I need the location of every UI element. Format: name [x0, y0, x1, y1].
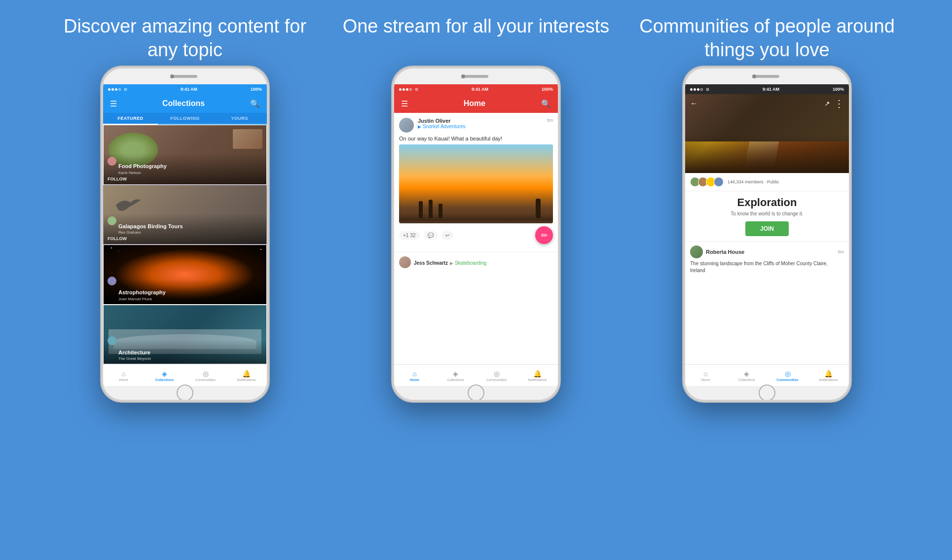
post-text: The stunning landscape from the Cliffs o…	[690, 260, 844, 274]
home-button-3[interactable]	[759, 385, 775, 401]
share-button[interactable]: ↩	[441, 231, 453, 240]
status-bar-2: ⊙ 9:41 AM 100%	[394, 84, 558, 94]
collection-author-food: Karin Nelson	[118, 171, 262, 175]
plus-button[interactable]: +1 32	[399, 231, 420, 240]
nav-collections-2[interactable]: ◈ Collections	[435, 365, 476, 386]
camera-1	[170, 74, 174, 78]
nav-home-1[interactable]: ⌂ Home	[103, 365, 144, 386]
search-icon-2[interactable]: 🔍	[539, 97, 553, 110]
nav-notifications-label-1: Notifications	[237, 378, 256, 382]
join-button[interactable]: JOIN	[745, 221, 789, 236]
comment-count: 32	[410, 233, 415, 238]
signal-dot	[118, 88, 121, 91]
nav-home-3[interactable]: ⌂ Home	[685, 365, 726, 386]
user-avatar-jess	[399, 256, 411, 268]
post-user-info: Roberta House	[706, 249, 838, 255]
collection-arch[interactable]: Architecture The Great Beyond	[103, 305, 267, 365]
tabs-bar-1: FEATURED FOLLOWING YOURS	[103, 113, 267, 125]
nav-notifications-2[interactable]: 🔔 Notifications	[517, 365, 558, 386]
home-button-1[interactable]	[177, 385, 193, 401]
community-desc: To know the world is to change it.	[690, 211, 844, 216]
tab-featured[interactable]: FEATURED	[103, 113, 158, 125]
edit-icon: ✏	[541, 231, 548, 240]
member-av-4	[714, 177, 724, 187]
nav-notifications-label-2: Notifications	[528, 378, 547, 382]
plus-icon: +1	[403, 233, 408, 238]
nav-home-2[interactable]: ⌂ Home	[394, 365, 435, 386]
battery-2: 100%	[542, 87, 553, 92]
collection-title-birds: Galapagos Birding Tours	[118, 223, 262, 230]
feed-username-1: Justin Oliver	[418, 118, 547, 124]
feed-time-1: 5m	[547, 118, 553, 123]
signal-dot	[115, 88, 117, 91]
nav-notifications-1[interactable]: 🔔 Notifications	[226, 365, 267, 386]
home-button-2[interactable]	[468, 385, 484, 401]
menu-icon-2[interactable]: ☰	[399, 97, 410, 110]
more-icon[interactable]: ⋮	[834, 98, 844, 109]
feed-actions-1: +1 32 💬 ↩ ✏	[399, 223, 553, 247]
comment-icon: 💬	[428, 233, 434, 238]
signal-dot	[111, 88, 114, 91]
nav-communities-2[interactable]: ◎ Communities	[476, 365, 517, 386]
nav-notifications-3[interactable]: 🔔 Notifications	[808, 365, 849, 386]
nav-notifications-label-3: Notifications	[819, 378, 838, 382]
comment-button[interactable]: 💬	[424, 231, 438, 240]
headline-left: Discover amazing content for any topic	[49, 15, 321, 62]
status-bar-1: ⊙ 9:41 AM 100%	[103, 84, 267, 94]
collection-title-food: Food Photography	[118, 163, 262, 170]
collection-follow-food[interactable]: FOLLOW	[108, 176, 262, 181]
phone-1: ⊙ 9:41 AM 100% ☰ Collections 🔍	[101, 67, 269, 402]
communities-icon-3: ◎	[785, 370, 791, 378]
collections-grid: Food Photography Karin Nelson FOLLOW	[103, 125, 267, 364]
tab-yours[interactable]: YOURS	[212, 113, 267, 124]
app-bar-title-2: Home	[410, 99, 539, 108]
tab-following[interactable]: FOLLOWING	[158, 113, 213, 124]
member-count: 146,334 members · Public	[728, 179, 779, 184]
home-icon-1: ⌂	[121, 370, 125, 378]
status-time-3: 9:41 AM	[763, 87, 779, 92]
collection-food[interactable]: Food Photography Karin Nelson FOLLOW	[103, 125, 267, 185]
camera-3	[752, 74, 756, 78]
notifications-icon-1: 🔔	[242, 370, 251, 378]
home-icon-2: ⌂	[412, 370, 416, 378]
collection-astro[interactable]: Astrophotography Juan Manuel Fluxà	[103, 245, 267, 305]
collections-icon-2: ◈	[453, 370, 458, 378]
home-indicator-2	[394, 386, 558, 400]
collection-birds[interactable]: Galapagos Birding Tours Rex Graham FOLLO…	[103, 185, 267, 245]
collection-title-astro: Astrophotography	[118, 289, 262, 296]
home-indicator-3	[685, 386, 849, 400]
feed-text-1: On our way to Kauai! What a beautiful da…	[399, 136, 553, 141]
speaker-3	[755, 75, 779, 78]
member-avatars	[690, 177, 724, 187]
speaker-2	[464, 75, 488, 78]
nav-communities-1[interactable]: ◎ Communities	[185, 365, 226, 386]
nav-collections-3[interactable]: ◈ Collections	[726, 365, 767, 386]
phone-2: ⊙ 9:41 AM 100% ☰ Home 🔍	[392, 67, 560, 402]
post-username: Roberta House	[706, 249, 744, 255]
battery-icon-1: 100%	[251, 87, 262, 92]
phone-3: ⊙ 9:41 AM 100%	[683, 67, 851, 402]
communities-icon-2: ◎	[494, 370, 500, 378]
back-icon[interactable]: ←	[690, 99, 698, 108]
speaker-1	[173, 75, 197, 78]
bottom-nav-1: ⌂ Home ◈ Collections ◎ Communities 🔔	[103, 364, 267, 386]
share-icon-3[interactable]: ↗	[824, 100, 830, 107]
home-indicator-1	[103, 386, 267, 400]
feed-user2-info: Jess Schwartz ▶ Skateboarding	[414, 258, 486, 267]
feed-item-2-preview: Jess Schwartz ▶ Skateboarding	[394, 252, 558, 272]
nav-communities-3[interactable]: ◎ Communities	[767, 365, 808, 386]
headline-right: Communities of people around things you …	[631, 15, 903, 62]
search-icon-1[interactable]: 🔍	[248, 97, 262, 110]
collection-follow-birds[interactable]: FOLLOW	[108, 236, 262, 241]
camera-2	[461, 74, 465, 78]
nav-communities-label-1: Communities	[195, 378, 216, 382]
feed-community-1[interactable]: ▶ Snorkel Adventures	[418, 124, 547, 129]
fab-compose[interactable]: ✏	[535, 226, 553, 244]
notifications-icon-3: 🔔	[824, 370, 833, 378]
battery-3: 100%	[833, 87, 844, 92]
nav-collections-1[interactable]: ◈ Collections	[144, 365, 185, 386]
menu-icon-1[interactable]: ☰	[108, 97, 119, 110]
feed-community-2[interactable]: Skateboarding	[455, 260, 487, 266]
status-bar-3: ⊙ 9:41 AM 100%	[685, 84, 849, 94]
nav-collections-label-3: Collections	[738, 378, 755, 382]
